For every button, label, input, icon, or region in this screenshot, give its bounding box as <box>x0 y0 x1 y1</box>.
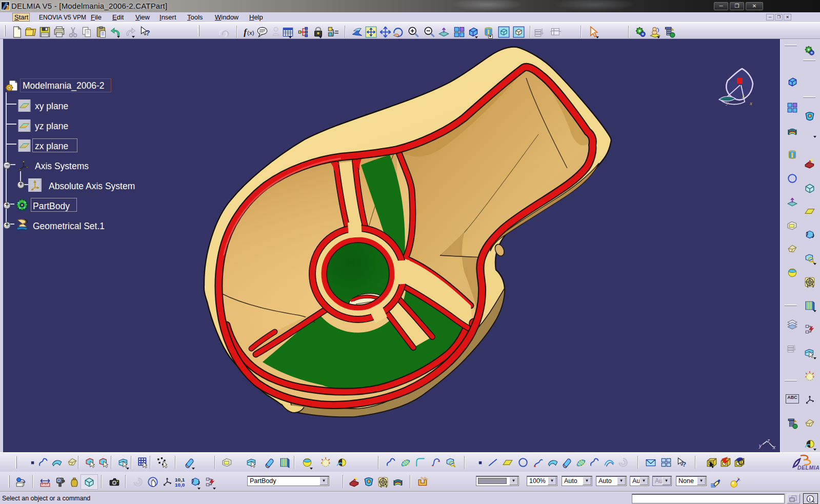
svg-text:x: x <box>772 445 776 450</box>
svg-text:y: y <box>758 443 762 449</box>
svg-text:y: y <box>726 99 729 106</box>
svg-text:i: i <box>809 496 811 502</box>
svg-text:z: z <box>742 93 745 99</box>
svg-text:DELMIA: DELMIA <box>797 465 819 471</box>
svg-text:x: x <box>749 100 752 106</box>
svg-text:z: z <box>767 438 770 443</box>
